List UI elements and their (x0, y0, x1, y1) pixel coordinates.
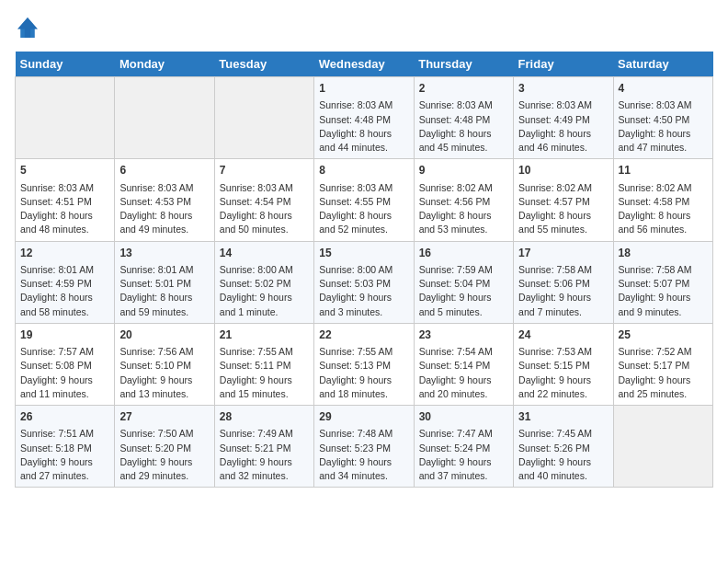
day-info: Sunrise: 7:49 AM Sunset: 5:21 PM Dayligh… (220, 427, 309, 483)
calendar-day (16, 77, 115, 159)
day-number: 13 (119, 246, 209, 261)
calendar-day: 29Sunrise: 7:48 AM Sunset: 5:23 PM Dayli… (314, 406, 414, 488)
logo (15, 15, 44, 40)
day-number: 6 (119, 163, 209, 178)
day-number: 9 (419, 163, 508, 178)
day-number: 2 (419, 81, 508, 97)
calendar-day: 14Sunrise: 8:00 AM Sunset: 5:02 PM Dayli… (214, 241, 313, 323)
day-info: Sunrise: 7:47 AM Sunset: 5:24 PM Dayligh… (419, 427, 508, 483)
day-info: Sunrise: 8:00 AM Sunset: 5:02 PM Dayligh… (220, 263, 309, 319)
calendar-day: 28Sunrise: 7:49 AM Sunset: 5:21 PM Dayli… (214, 406, 313, 488)
day-info: Sunrise: 8:03 AM Sunset: 4:48 PM Dayligh… (419, 98, 508, 155)
calendar-day: 15Sunrise: 8:00 AM Sunset: 5:03 PM Dayli… (314, 241, 414, 323)
calendar-day: 26Sunrise: 7:51 AM Sunset: 5:18 PM Dayli… (16, 406, 115, 488)
calendar-week-4: 19Sunrise: 7:57 AM Sunset: 5:08 PM Dayli… (16, 323, 713, 405)
day-number: 4 (619, 81, 708, 97)
calendar-day: 2Sunrise: 8:03 AM Sunset: 4:48 PM Daylig… (414, 77, 513, 159)
day-number: 15 (319, 246, 408, 261)
day-number: 21 (220, 327, 309, 343)
calendar-day (214, 77, 313, 159)
day-number: 20 (119, 327, 209, 343)
calendar-day: 30Sunrise: 7:47 AM Sunset: 5:24 PM Dayli… (414, 406, 513, 488)
day-number: 31 (518, 409, 608, 425)
day-info: Sunrise: 8:02 AM Sunset: 4:58 PM Dayligh… (619, 181, 708, 237)
day-info: Sunrise: 7:54 AM Sunset: 5:14 PM Dayligh… (419, 345, 508, 401)
weekday-header-sunday: Sunday (16, 52, 115, 77)
page-header (15, 15, 713, 40)
day-number: 24 (518, 327, 608, 343)
day-number: 7 (220, 163, 309, 178)
day-info: Sunrise: 8:03 AM Sunset: 4:48 PM Dayligh… (319, 98, 408, 155)
calendar-day: 1Sunrise: 8:03 AM Sunset: 4:48 PM Daylig… (314, 77, 414, 159)
day-info: Sunrise: 7:50 AM Sunset: 5:20 PM Dayligh… (119, 427, 209, 483)
day-number: 18 (619, 246, 708, 261)
day-info: Sunrise: 7:48 AM Sunset: 5:23 PM Dayligh… (319, 427, 408, 483)
calendar-day: 23Sunrise: 7:54 AM Sunset: 5:14 PM Dayli… (414, 323, 513, 405)
calendar-day: 27Sunrise: 7:50 AM Sunset: 5:20 PM Dayli… (115, 406, 214, 488)
calendar-day: 8Sunrise: 8:03 AM Sunset: 4:55 PM Daylig… (314, 159, 414, 241)
calendar-week-1: 1Sunrise: 8:03 AM Sunset: 4:48 PM Daylig… (16, 77, 713, 159)
calendar-week-5: 26Sunrise: 7:51 AM Sunset: 5:18 PM Dayli… (16, 406, 713, 488)
day-info: Sunrise: 7:56 AM Sunset: 5:10 PM Dayligh… (119, 345, 209, 401)
day-info: Sunrise: 8:03 AM Sunset: 4:54 PM Dayligh… (220, 181, 309, 237)
day-number: 27 (119, 409, 209, 425)
weekday-header-wednesday: Wednesday (314, 52, 414, 77)
calendar-day: 17Sunrise: 7:58 AM Sunset: 5:06 PM Dayli… (514, 241, 613, 323)
day-info: Sunrise: 8:03 AM Sunset: 4:50 PM Dayligh… (619, 98, 708, 155)
calendar-day: 11Sunrise: 8:02 AM Sunset: 4:58 PM Dayli… (613, 159, 712, 241)
day-info: Sunrise: 7:55 AM Sunset: 5:13 PM Dayligh… (319, 345, 408, 401)
day-info: Sunrise: 7:58 AM Sunset: 5:06 PM Dayligh… (518, 263, 608, 319)
day-number: 12 (20, 246, 109, 261)
calendar-day: 13Sunrise: 8:01 AM Sunset: 5:01 PM Dayli… (115, 241, 214, 323)
day-number: 16 (419, 246, 508, 261)
day-info: Sunrise: 8:00 AM Sunset: 5:03 PM Dayligh… (319, 263, 408, 319)
day-info: Sunrise: 7:59 AM Sunset: 5:04 PM Dayligh… (419, 263, 508, 319)
calendar-day: 20Sunrise: 7:56 AM Sunset: 5:10 PM Dayli… (115, 323, 214, 405)
day-number: 25 (619, 327, 708, 343)
day-number: 10 (518, 163, 608, 178)
day-number: 14 (220, 246, 309, 261)
day-number: 28 (220, 409, 309, 425)
calendar-day: 16Sunrise: 7:59 AM Sunset: 5:04 PM Dayli… (414, 241, 513, 323)
weekday-header-saturday: Saturday (613, 52, 712, 77)
day-info: Sunrise: 8:03 AM Sunset: 4:51 PM Dayligh… (20, 181, 109, 237)
calendar-day: 25Sunrise: 7:52 AM Sunset: 5:17 PM Dayli… (613, 323, 712, 405)
day-number: 8 (319, 163, 408, 178)
calendar-day (115, 77, 214, 159)
calendar-day: 3Sunrise: 8:03 AM Sunset: 4:49 PM Daylig… (514, 77, 613, 159)
calendar-table: SundayMondayTuesdayWednesdayThursdayFrid… (15, 52, 713, 488)
weekday-header-thursday: Thursday (414, 52, 513, 77)
weekday-header-tuesday: Tuesday (214, 52, 313, 77)
day-info: Sunrise: 8:03 AM Sunset: 4:49 PM Dayligh… (518, 98, 608, 155)
day-number: 22 (319, 327, 408, 343)
day-info: Sunrise: 8:01 AM Sunset: 4:59 PM Dayligh… (20, 263, 109, 319)
day-info: Sunrise: 8:03 AM Sunset: 4:55 PM Dayligh… (319, 181, 408, 237)
day-info: Sunrise: 8:02 AM Sunset: 4:57 PM Dayligh… (518, 181, 608, 237)
calendar-day: 7Sunrise: 8:03 AM Sunset: 4:54 PM Daylig… (214, 159, 313, 241)
calendar-day: 31Sunrise: 7:45 AM Sunset: 5:26 PM Dayli… (514, 406, 613, 488)
calendar-day (613, 406, 712, 488)
day-number: 19 (20, 327, 109, 343)
day-info: Sunrise: 7:52 AM Sunset: 5:17 PM Dayligh… (619, 345, 708, 401)
calendar-day: 22Sunrise: 7:55 AM Sunset: 5:13 PM Dayli… (314, 323, 414, 405)
day-number: 11 (619, 163, 708, 178)
calendar-week-3: 12Sunrise: 8:01 AM Sunset: 4:59 PM Dayli… (16, 241, 713, 323)
day-info: Sunrise: 7:58 AM Sunset: 5:07 PM Dayligh… (619, 263, 708, 319)
day-info: Sunrise: 7:53 AM Sunset: 5:15 PM Dayligh… (518, 345, 608, 401)
day-info: Sunrise: 7:45 AM Sunset: 5:26 PM Dayligh… (518, 427, 608, 483)
calendar-day: 4Sunrise: 8:03 AM Sunset: 4:50 PM Daylig… (613, 77, 712, 159)
calendar-header: SundayMondayTuesdayWednesdayThursdayFrid… (16, 52, 713, 77)
calendar-day: 19Sunrise: 7:57 AM Sunset: 5:08 PM Dayli… (16, 323, 115, 405)
calendar-week-2: 5Sunrise: 8:03 AM Sunset: 4:51 PM Daylig… (16, 159, 713, 241)
day-number: 1 (319, 81, 408, 97)
day-info: Sunrise: 7:57 AM Sunset: 5:08 PM Dayligh… (20, 345, 109, 401)
calendar-day: 21Sunrise: 7:55 AM Sunset: 5:11 PM Dayli… (214, 323, 313, 405)
day-number: 3 (518, 81, 608, 97)
day-info: Sunrise: 8:02 AM Sunset: 4:56 PM Dayligh… (419, 181, 508, 237)
calendar-day: 6Sunrise: 8:03 AM Sunset: 4:53 PM Daylig… (115, 159, 214, 241)
day-number: 5 (20, 163, 109, 178)
calendar-day: 10Sunrise: 8:02 AM Sunset: 4:57 PM Dayli… (514, 159, 613, 241)
calendar-day: 5Sunrise: 8:03 AM Sunset: 4:51 PM Daylig… (16, 159, 115, 241)
calendar-day: 9Sunrise: 8:02 AM Sunset: 4:56 PM Daylig… (414, 159, 513, 241)
weekday-header-monday: Monday (115, 52, 214, 77)
